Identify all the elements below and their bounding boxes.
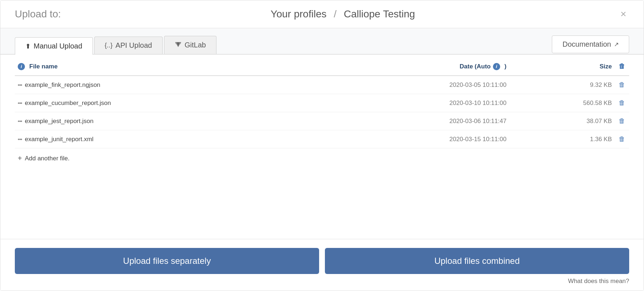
table-row: ••• example_cucumber_report.json 2020-03… — [15, 94, 629, 112]
file-name: example_junit_report.xml — [25, 136, 94, 143]
breadcrumb: Your profiles / Calliope Testing — [68, 8, 618, 20]
file-name-cell: ••• example_junit_report.xml — [15, 130, 317, 148]
delete-all-icon: 🗑 — [619, 63, 625, 70]
file-size: 38.07 KB — [509, 112, 615, 130]
tab-manual-upload[interactable]: ⬆ Manual Upload — [15, 37, 93, 55]
breadcrumb-part1: Your profiles — [271, 8, 327, 20]
delete-file-icon[interactable]: 🗑 — [619, 117, 625, 125]
plus-icon: + — [18, 154, 22, 163]
tabs-left: ⬆ Manual Upload {..} API Upload Git — [15, 36, 216, 54]
tab-manual-label: Manual Upload — [34, 42, 82, 50]
delete-file-icon[interactable]: 🗑 — [619, 81, 625, 88]
file-size: 1.36 KB — [509, 130, 615, 148]
tab-api-label: API Upload — [116, 41, 152, 50]
file-options-icon[interactable]: ••• — [18, 100, 22, 106]
upload-combined-button[interactable]: Upload files combined — [325, 248, 629, 274]
docs-label: Documentation — [562, 40, 611, 48]
upload-separately-button[interactable]: Upload files separately — [15, 248, 319, 274]
file-options-icon[interactable]: ••• — [18, 136, 22, 142]
tab-api-upload[interactable]: {..} API Upload — [94, 37, 163, 54]
what-does-link[interactable]: What does this mean? — [15, 278, 629, 285]
add-file-row[interactable]: + Add another file. — [15, 148, 629, 168]
breadcrumb-part2: Calliope Testing — [344, 8, 415, 20]
close-button[interactable]: × — [618, 8, 629, 21]
col-filename-header: i File name — [15, 58, 317, 76]
col-size-header: Size — [509, 58, 615, 76]
file-date: 2020-03-15 10:11:00 — [317, 130, 509, 148]
add-file-label: Add another file. — [25, 155, 70, 162]
file-name: example_cucumber_report.json — [25, 100, 111, 107]
file-delete-cell: 🗑 — [615, 76, 629, 94]
delete-file-icon[interactable]: 🗑 — [619, 99, 625, 106]
col-delete-header: 🗑 — [615, 58, 629, 76]
upload-modal: Upload to: Your profiles / Calliope Test… — [0, 0, 644, 291]
file-options-icon[interactable]: ••• — [18, 118, 22, 124]
file-name: example_jest_report.json — [25, 118, 94, 125]
tab-documentation[interactable]: Documentation ↗ — [552, 35, 629, 53]
file-delete-cell: 🗑 — [615, 130, 629, 148]
col-date-header: Date (Auto i ) — [317, 58, 509, 76]
tab-gitlab[interactable]: GitLab — [164, 36, 216, 54]
table-row: ••• example_jest_report.json 2020-03-06 … — [15, 112, 629, 130]
file-date: 2020-03-06 10:11:47 — [317, 112, 509, 130]
file-name-cell: ••• example_cucumber_report.json — [15, 94, 317, 112]
content-area: i File name Date (Auto i ) Size — [0, 55, 644, 239]
table-header-row: i File name Date (Auto i ) Size — [15, 58, 629, 76]
upload-icon: ⬆ — [25, 42, 31, 50]
upload-to-label: Upload to: — [15, 8, 61, 20]
file-size: 9.32 KB — [509, 76, 615, 94]
footer: Upload files separately Upload files com… — [0, 239, 644, 291]
tabs-row: ⬆ Manual Upload {..} API Upload Git — [0, 28, 644, 55]
file-size: 560.58 KB — [509, 94, 615, 112]
file-delete-cell: 🗑 — [615, 94, 629, 112]
button-row: Upload files separately Upload files com… — [15, 248, 629, 274]
date-info-icon[interactable]: i — [493, 63, 500, 70]
tab-gitlab-label: GitLab — [185, 41, 206, 49]
file-table: i File name Date (Auto i ) Size — [15, 58, 629, 148]
modal-header: Upload to: Your profiles / Calliope Test… — [0, 0, 644, 28]
file-name-cell: ••• example_jest_report.json — [15, 112, 317, 130]
file-date: 2020-03-05 10:11:00 — [317, 76, 509, 94]
api-icon: {..} — [105, 42, 113, 49]
table-row: ••• example_fink_report.ngjson 2020-03-0… — [15, 76, 629, 94]
file-date: 2020-03-10 10:11:00 — [317, 94, 509, 112]
file-name-cell: ••• example_fink_report.ngjson — [15, 76, 317, 94]
breadcrumb-separator: / — [334, 8, 336, 20]
delete-file-icon[interactable]: 🗑 — [619, 135, 625, 143]
filename-info-icon[interactable]: i — [18, 63, 25, 70]
file-delete-cell: 🗑 — [615, 112, 629, 130]
file-name: example_fink_report.ngjson — [25, 81, 100, 89]
gitlab-icon — [175, 41, 182, 50]
external-link-icon: ↗ — [614, 41, 619, 48]
table-row: ••• example_junit_report.xml 2020-03-15 … — [15, 130, 629, 148]
file-options-icon[interactable]: ••• — [18, 82, 22, 88]
